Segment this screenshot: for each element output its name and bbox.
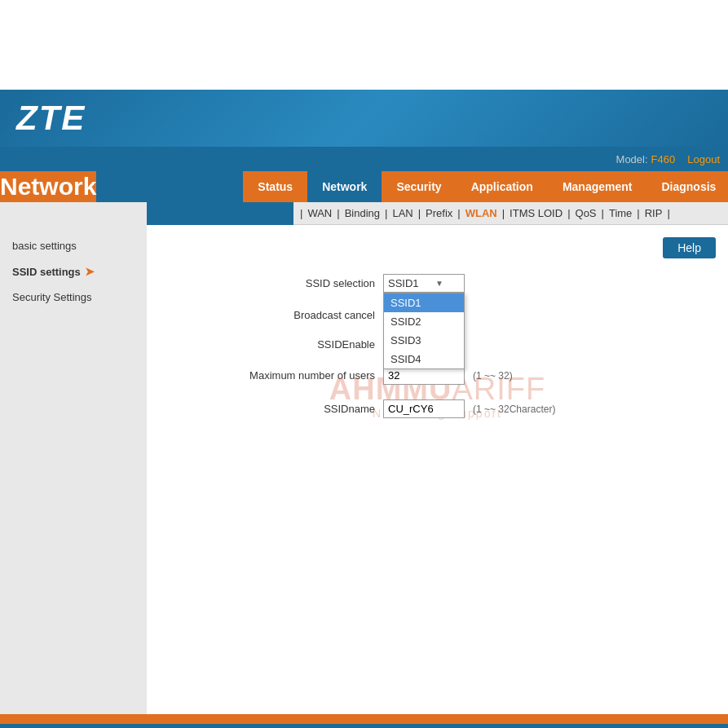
ssid-enable-label: SSIDEnable bbox=[204, 338, 383, 351]
sidebar-item-security-settings[interactable]: Security Settings bbox=[0, 285, 147, 310]
model-value: F460 bbox=[651, 153, 676, 165]
ssid-option-1[interactable]: SSID1 bbox=[384, 293, 464, 312]
subnav-time[interactable]: Time bbox=[609, 207, 632, 219]
tab-diagnosis[interactable]: Diagnosis bbox=[646, 171, 728, 202]
top-white-bar bbox=[0, 0, 728, 90]
ssid-name-label: SSIDname bbox=[204, 403, 383, 415]
subnav-binding[interactable]: Binding bbox=[345, 207, 380, 219]
nav-row: Network Status Network Security Applicat… bbox=[0, 171, 728, 202]
sub-nav-row: | WAN | Binding | LAN | Prefix | WLAN | … bbox=[0, 202, 728, 225]
sidebar: basic settings SSID settings ➤ Security … bbox=[0, 225, 147, 714]
sidebar-arrow-icon: ➤ bbox=[85, 265, 95, 278]
ssid-name-control bbox=[383, 399, 465, 418]
broadcast-cancel-label: Broadcast cancel bbox=[204, 309, 383, 321]
sidebar-header: Network bbox=[0, 171, 96, 202]
ssid-dropdown-list: SSID1 SSID2 SSID3 SSID4 bbox=[383, 293, 465, 369]
sub-nav: | WAN | Binding | LAN | Prefix | WLAN | … bbox=[293, 202, 728, 225]
footer-buttons: Submit Cancel bbox=[0, 724, 728, 728]
ssid-name-row: SSIDname (1 ~~ 32Character) bbox=[204, 399, 712, 418]
sidebar-sub-spacer bbox=[0, 202, 147, 225]
help-button[interactable]: Help bbox=[663, 237, 716, 258]
content-area: Help AHMMUARIFF Networking Support SSID … bbox=[147, 225, 728, 714]
subnav-sep: | bbox=[300, 207, 302, 219]
max-users-hint: (1 ~~ 32) bbox=[473, 370, 513, 382]
page-wrapper: ZTE Model: F460 Logout Network Status Ne… bbox=[0, 0, 728, 728]
header-section: ZTE Model: F460 Logout Network Status Ne… bbox=[0, 90, 728, 225]
subnav-rip[interactable]: RIP bbox=[645, 207, 663, 219]
header: ZTE bbox=[0, 90, 728, 147]
ssid-selection-control: SSID1 SSID1 SSID2 SSID3 SSID4 bbox=[383, 274, 465, 293]
main-layout: basic settings SSID settings ➤ Security … bbox=[0, 225, 728, 714]
nav-tabs: Status Network Security Application Mana… bbox=[243, 171, 728, 202]
subnav-prefix[interactable]: Prefix bbox=[426, 207, 452, 219]
ssid-select-wrapper[interactable]: SSID1 SSID1 SSID2 SSID3 SSID4 bbox=[383, 274, 465, 293]
subnav-wlan[interactable]: WLAN bbox=[465, 207, 497, 219]
tab-status[interactable]: Status bbox=[243, 171, 307, 202]
logout-link[interactable]: Logout bbox=[687, 153, 720, 165]
ssid-selection-label: SSID selection bbox=[204, 277, 383, 289]
form-table: SSID selection SSID1 SSID1 SSID2 SSID3 bbox=[204, 274, 712, 418]
ssid-option-3[interactable]: SSID3 bbox=[384, 331, 464, 350]
ssid-name-hint: (1 ~~ 32Character) bbox=[473, 404, 555, 415]
tab-management[interactable]: Management bbox=[548, 171, 647, 202]
subnav-qos[interactable]: QoS bbox=[576, 207, 597, 219]
ssid-option-4[interactable]: SSID4 bbox=[384, 350, 464, 368]
bottom-bar bbox=[0, 714, 728, 724]
tab-network[interactable]: Network bbox=[307, 171, 382, 202]
help-button-container: Help bbox=[663, 237, 716, 258]
zte-logo: ZTE bbox=[16, 99, 86, 138]
page-title: Network bbox=[0, 173, 96, 201]
ssid-selection-row: SSID selection SSID1 SSID1 SSID2 SSID3 bbox=[204, 274, 712, 293]
model-bar: Model: F460 Logout bbox=[0, 147, 728, 171]
max-users-label: Maximum number of users bbox=[204, 369, 383, 382]
tab-application[interactable]: Application bbox=[457, 171, 548, 202]
sidebar-item-basic-settings[interactable]: basic settings bbox=[0, 233, 147, 258]
ssid-select-display[interactable]: SSID1 bbox=[383, 274, 465, 293]
model-label: Model: bbox=[616, 153, 648, 165]
ssid-selected-value: SSID1 bbox=[388, 277, 419, 289]
subnav-lan[interactable]: LAN bbox=[392, 207, 413, 219]
tab-security[interactable]: Security bbox=[382, 171, 456, 202]
subnav-wan[interactable]: WAN bbox=[307, 207, 332, 219]
ssid-option-2[interactable]: SSID2 bbox=[384, 312, 464, 331]
subnav-itms-loid[interactable]: ITMS LOID bbox=[510, 207, 563, 219]
sidebar-item-ssid-settings[interactable]: SSID settings ➤ bbox=[0, 258, 147, 285]
ssid-name-input[interactable] bbox=[383, 399, 465, 418]
